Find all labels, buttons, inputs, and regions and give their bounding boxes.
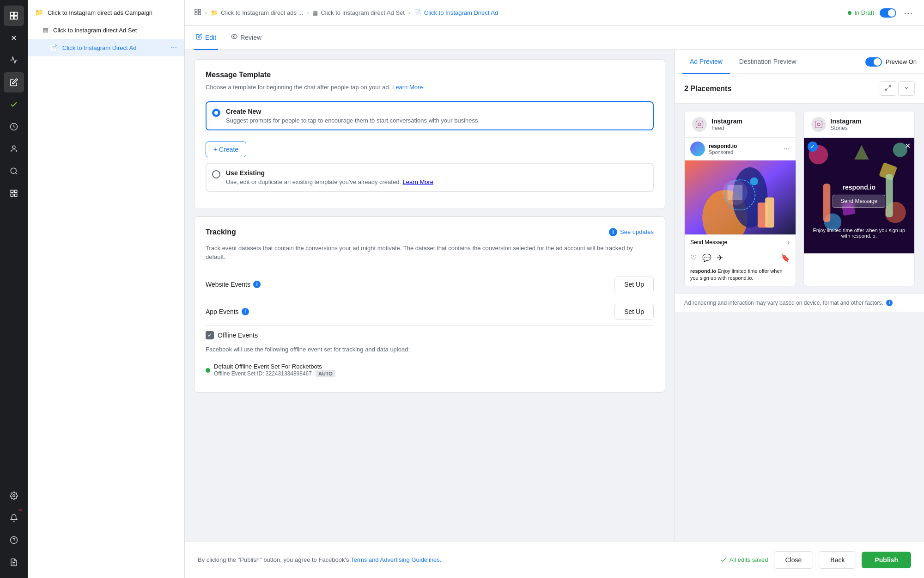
collapse-placement-button[interactable] bbox=[898, 81, 915, 96]
stories-card-header: Instagram Stories bbox=[804, 111, 915, 138]
story-send-button[interactable]: Send Message bbox=[833, 195, 885, 208]
app-events-label: App Events i bbox=[206, 308, 249, 315]
offline-events-label: Offline Events bbox=[218, 332, 258, 339]
nav-adset[interactable]: ▦ Click to Instagram direct Ad Set ··· bbox=[28, 21, 184, 39]
home-icon[interactable] bbox=[4, 6, 24, 26]
feed-card-title: Instagram Feed bbox=[711, 117, 742, 131]
svg-rect-11 bbox=[15, 190, 17, 192]
svg-rect-10 bbox=[11, 190, 13, 192]
message-template-card: Message Template Choose a template for b… bbox=[194, 59, 665, 209]
search-magnify-icon[interactable] bbox=[4, 161, 24, 181]
breadcrumb-campaign-label: Click to Instagram direct ads ... bbox=[221, 9, 303, 16]
check-circle-icon[interactable] bbox=[4, 94, 24, 115]
breadcrumb-ad[interactable]: 📄 Click to Instagram Direct Ad bbox=[414, 9, 498, 16]
edit-tab[interactable]: Edit bbox=[194, 26, 218, 50]
back-button[interactable]: Back bbox=[819, 551, 856, 569]
ig-caption-account: respond.io bbox=[690, 268, 716, 274]
see-updates-label: See updates bbox=[620, 228, 654, 235]
edit-tab-label: Edit bbox=[205, 34, 216, 41]
instagram-stories-card: Instagram Stories bbox=[803, 111, 915, 286]
account-icon[interactable] bbox=[4, 139, 24, 159]
create-new-label: Create New bbox=[226, 108, 480, 115]
ad-more-icon[interactable]: ··· bbox=[171, 43, 177, 52]
use-existing-radio[interactable] bbox=[212, 170, 220, 178]
nav-campaign[interactable]: 📁 Click to Instagram direct ads Campaign… bbox=[28, 4, 184, 21]
offline-info-text: Facebook will use the following offline … bbox=[206, 345, 654, 354]
website-setup-button[interactable]: Set Up bbox=[614, 277, 654, 292]
ig-more-icon[interactable]: ··· bbox=[784, 145, 790, 153]
ig-caption: respond.io Enjoy limited time offer when… bbox=[685, 266, 796, 286]
tracking-info-icon: i bbox=[609, 228, 617, 236]
tracking-desc: Track event datasets that contain the co… bbox=[206, 244, 654, 262]
story-brand: respond.io bbox=[804, 184, 915, 191]
help-question-icon[interactable] bbox=[4, 530, 24, 550]
stories-platform: Instagram bbox=[831, 117, 862, 125]
breadcrumb-adset[interactable]: ▦ Click to Instagram direct Ad Set bbox=[312, 9, 404, 16]
nav-ad[interactable]: 📄 Click to Instagram Direct Ad ··· bbox=[28, 39, 184, 56]
breadcrumb-manager[interactable] bbox=[194, 8, 201, 17]
settings-gear-icon[interactable] bbox=[4, 486, 24, 506]
see-updates-btn[interactable]: i See updates bbox=[609, 228, 654, 236]
close-panel-icon[interactable] bbox=[4, 28, 24, 48]
story-close-icon[interactable]: ✕ bbox=[905, 141, 911, 150]
preview-toggle[interactable] bbox=[865, 57, 882, 67]
review-tab[interactable]: Review bbox=[229, 26, 263, 50]
bottom-actions: All edits saved Close Back Publish bbox=[720, 551, 911, 569]
comment-icon[interactable]: 💬 bbox=[702, 253, 711, 262]
publish-button[interactable]: Publish bbox=[862, 552, 911, 568]
story-caption: Enjoy limited time offer when you sign u… bbox=[804, 228, 915, 239]
active-dot bbox=[206, 368, 210, 373]
learn-more-link[interactable]: Learn More bbox=[392, 84, 423, 91]
notification-bell-icon[interactable] bbox=[4, 508, 24, 528]
ad-preview-tab[interactable]: Ad Preview bbox=[682, 50, 730, 74]
placements-grid: Instagram Feed respond.io Sponsored ··· bbox=[675, 104, 924, 294]
create-new-radio[interactable] bbox=[212, 109, 220, 117]
review-tab-label: Review bbox=[240, 34, 261, 41]
preview-on-label: Preview On bbox=[886, 58, 917, 65]
breadcrumb-more-icon[interactable]: ⋯ bbox=[902, 6, 915, 20]
grid-view-icon[interactable] bbox=[4, 183, 24, 203]
create-template-button[interactable]: + Create bbox=[206, 141, 246, 157]
close-button[interactable]: Close bbox=[774, 551, 814, 569]
share-icon[interactable]: ✈ bbox=[717, 253, 723, 262]
draft-dot bbox=[848, 11, 851, 15]
use-existing-option[interactable]: Use Existing Use, edit or duplicate an e… bbox=[206, 163, 654, 192]
ig-sponsored: Sponsored bbox=[709, 149, 737, 155]
bookmark-icon[interactable]: 🔖 bbox=[781, 253, 790, 262]
ig-send-message-bar[interactable]: Send Message › bbox=[685, 234, 796, 250]
use-existing-learn-more[interactable]: Learn More bbox=[403, 178, 433, 185]
breadcrumb-campaign[interactable]: 📁 Click to Instagram direct ads ... bbox=[211, 9, 303, 16]
history-icon[interactable] bbox=[4, 117, 24, 137]
svg-rect-35 bbox=[815, 121, 822, 128]
action-bar: Edit Review bbox=[185, 26, 924, 50]
preview-note: Ad rendering and interaction may vary ba… bbox=[675, 294, 924, 312]
adset-icon: ▦ bbox=[43, 26, 49, 34]
saved-label: All edits saved bbox=[729, 556, 768, 563]
svg-rect-34 bbox=[765, 197, 774, 228]
app-events-row: App Events i Set Up bbox=[206, 298, 654, 326]
svg-rect-22 bbox=[198, 12, 201, 15]
breadcrumb-ad-doc-icon: 📄 bbox=[414, 9, 421, 16]
draft-toggle[interactable] bbox=[880, 8, 896, 18]
offline-events-checkbox[interactable]: ✓ bbox=[206, 331, 214, 339]
edit-pencil-small-icon bbox=[196, 33, 202, 41]
create-new-option[interactable]: Create New Suggest prompts for people to… bbox=[206, 101, 654, 130]
app-setup-button[interactable]: Set Up bbox=[614, 304, 654, 320]
tracking-header: Tracking i See updates bbox=[206, 228, 654, 240]
terms-link[interactable]: Terms and Advertising Guidelines bbox=[351, 556, 440, 563]
like-icon[interactable]: ♡ bbox=[690, 253, 697, 262]
expand-placement-button[interactable] bbox=[880, 81, 896, 96]
reports-icon[interactable] bbox=[4, 552, 24, 572]
instagram-feed-card: Instagram Feed respond.io Sponsored ··· bbox=[684, 111, 796, 286]
edit-pencil-icon[interactable] bbox=[4, 72, 24, 92]
nav-ad-label: Click to Instagram Direct Ad bbox=[62, 44, 166, 51]
feed-preview: respond.io Sponsored ··· bbox=[685, 138, 796, 286]
ig-feed-image bbox=[685, 160, 796, 234]
website-info-icon: i bbox=[253, 281, 261, 288]
svg-rect-21 bbox=[195, 12, 197, 15]
analytics-icon[interactable] bbox=[4, 50, 24, 70]
preview-tabs: Ad Preview Destination Preview Preview O… bbox=[675, 50, 924, 74]
svg-rect-24 bbox=[696, 121, 703, 128]
tracking-title-area: Tracking bbox=[206, 228, 236, 240]
destination-preview-tab[interactable]: Destination Preview bbox=[732, 50, 804, 74]
